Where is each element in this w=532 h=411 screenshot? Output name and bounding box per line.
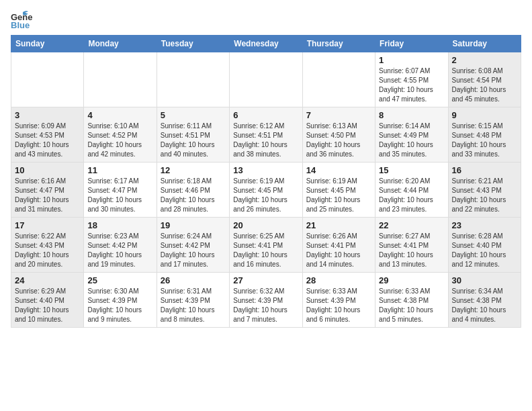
empty-cell (157, 52, 229, 107)
day-number: 28 (306, 275, 371, 285)
day-cell-13: 13Sunrise: 6:19 AM Sunset: 4:45 PM Dayli… (230, 163, 302, 218)
day-cell-18: 18Sunrise: 6:23 AM Sunset: 4:42 PM Dayli… (84, 218, 157, 273)
day-number: 10 (15, 165, 80, 175)
day-cell-29: 29Sunrise: 6:33 AM Sunset: 4:38 PM Dayli… (375, 273, 448, 328)
day-info: Sunrise: 6:31 AM Sunset: 4:39 PM Dayligh… (161, 287, 226, 324)
day-number: 27 (233, 275, 298, 285)
day-cell-5: 5Sunrise: 6:11 AM Sunset: 4:51 PM Daylig… (157, 107, 229, 163)
day-cell-28: 28Sunrise: 6:33 AM Sunset: 4:39 PM Dayli… (302, 273, 375, 328)
weekday-header-friday: Friday (375, 36, 448, 52)
day-info: Sunrise: 6:09 AM Sunset: 4:53 PM Dayligh… (15, 122, 80, 159)
day-info: Sunrise: 6:33 AM Sunset: 4:38 PM Dayligh… (379, 287, 444, 324)
day-number: 7 (306, 110, 371, 120)
day-cell-23: 23Sunrise: 6:28 AM Sunset: 4:40 PM Dayli… (448, 218, 521, 273)
day-info: Sunrise: 6:12 AM Sunset: 4:51 PM Dayligh… (233, 122, 298, 159)
day-number: 4 (87, 110, 152, 120)
day-cell-27: 27Sunrise: 6:32 AM Sunset: 4:39 PM Dayli… (230, 273, 302, 328)
day-number: 5 (161, 110, 226, 120)
day-cell-16: 16Sunrise: 6:21 AM Sunset: 4:43 PM Dayli… (448, 163, 521, 218)
svg-text:Blue: Blue (11, 20, 30, 30)
day-info: Sunrise: 6:27 AM Sunset: 4:41 PM Dayligh… (379, 232, 444, 269)
day-info: Sunrise: 6:26 AM Sunset: 4:41 PM Dayligh… (306, 232, 371, 269)
day-info: Sunrise: 6:15 AM Sunset: 4:48 PM Dayligh… (452, 122, 517, 159)
day-number: 14 (306, 165, 371, 175)
day-cell-19: 19Sunrise: 6:24 AM Sunset: 4:42 PM Dayli… (157, 218, 229, 273)
day-info: Sunrise: 6:13 AM Sunset: 4:50 PM Dayligh… (306, 122, 371, 159)
day-number: 1 (379, 55, 444, 65)
day-info: Sunrise: 6:14 AM Sunset: 4:49 PM Dayligh… (379, 122, 444, 159)
day-number: 25 (87, 275, 152, 285)
day-number: 15 (379, 165, 444, 175)
day-info: Sunrise: 6:29 AM Sunset: 4:40 PM Dayligh… (15, 287, 80, 324)
day-cell-22: 22Sunrise: 6:27 AM Sunset: 4:41 PM Dayli… (375, 218, 448, 273)
day-info: Sunrise: 6:33 AM Sunset: 4:39 PM Dayligh… (306, 287, 371, 324)
day-number: 11 (87, 165, 152, 175)
day-cell-6: 6Sunrise: 6:12 AM Sunset: 4:51 PM Daylig… (230, 107, 302, 163)
empty-cell (230, 52, 302, 107)
weekday-header-saturday: Saturday (448, 36, 521, 52)
day-info: Sunrise: 6:30 AM Sunset: 4:39 PM Dayligh… (87, 287, 152, 324)
day-info: Sunrise: 6:32 AM Sunset: 4:39 PM Dayligh… (233, 287, 298, 324)
day-cell-26: 26Sunrise: 6:31 AM Sunset: 4:39 PM Dayli… (157, 273, 229, 328)
day-number: 23 (452, 220, 517, 230)
day-number: 8 (379, 110, 444, 120)
day-number: 13 (233, 165, 298, 175)
day-number: 17 (15, 220, 80, 230)
day-info: Sunrise: 6:24 AM Sunset: 4:42 PM Dayligh… (161, 232, 226, 269)
day-number: 22 (379, 220, 444, 230)
empty-cell (11, 52, 84, 107)
day-number: 18 (87, 220, 152, 230)
header: General Blue (11, 11, 521, 30)
day-cell-14: 14Sunrise: 6:19 AM Sunset: 4:45 PM Dayli… (302, 163, 375, 218)
day-number: 24 (15, 275, 80, 285)
day-info: Sunrise: 6:22 AM Sunset: 4:43 PM Dayligh… (15, 232, 80, 269)
day-cell-17: 17Sunrise: 6:22 AM Sunset: 4:43 PM Dayli… (11, 218, 84, 273)
day-info: Sunrise: 6:25 AM Sunset: 4:41 PM Dayligh… (233, 232, 298, 269)
day-info: Sunrise: 6:08 AM Sunset: 4:54 PM Dayligh… (452, 66, 517, 104)
day-cell-15: 15Sunrise: 6:20 AM Sunset: 4:44 PM Dayli… (375, 163, 448, 218)
day-cell-2: 2Sunrise: 6:08 AM Sunset: 4:54 PM Daylig… (448, 52, 521, 107)
day-info: Sunrise: 6:20 AM Sunset: 4:44 PM Dayligh… (379, 177, 444, 214)
weekday-header-tuesday: Tuesday (157, 36, 229, 52)
day-info: Sunrise: 6:17 AM Sunset: 4:47 PM Dayligh… (87, 177, 152, 214)
day-cell-1: 1Sunrise: 6:07 AM Sunset: 4:55 PM Daylig… (375, 52, 448, 107)
day-number: 19 (161, 220, 226, 230)
day-info: Sunrise: 6:19 AM Sunset: 4:45 PM Dayligh… (233, 177, 298, 214)
day-info: Sunrise: 6:07 AM Sunset: 4:55 PM Dayligh… (379, 66, 444, 104)
day-number: 26 (161, 275, 226, 285)
day-cell-30: 30Sunrise: 6:34 AM Sunset: 4:38 PM Dayli… (448, 273, 521, 328)
day-cell-7: 7Sunrise: 6:13 AM Sunset: 4:50 PM Daylig… (302, 107, 375, 163)
day-cell-11: 11Sunrise: 6:17 AM Sunset: 4:47 PM Dayli… (84, 163, 157, 218)
day-info: Sunrise: 6:21 AM Sunset: 4:43 PM Dayligh… (452, 177, 517, 214)
day-cell-10: 10Sunrise: 6:16 AM Sunset: 4:47 PM Dayli… (11, 163, 84, 218)
day-cell-21: 21Sunrise: 6:26 AM Sunset: 4:41 PM Dayli… (302, 218, 375, 273)
day-cell-9: 9Sunrise: 6:15 AM Sunset: 4:48 PM Daylig… (448, 107, 521, 163)
weekday-header-wednesday: Wednesday (230, 36, 302, 52)
day-number: 3 (15, 110, 80, 120)
day-info: Sunrise: 6:18 AM Sunset: 4:46 PM Dayligh… (161, 177, 226, 214)
day-cell-4: 4Sunrise: 6:10 AM Sunset: 4:52 PM Daylig… (84, 107, 157, 163)
day-info: Sunrise: 6:34 AM Sunset: 4:38 PM Dayligh… (452, 287, 517, 324)
day-number: 21 (306, 220, 371, 230)
empty-cell (84, 52, 157, 107)
day-cell-20: 20Sunrise: 6:25 AM Sunset: 4:41 PM Dayli… (230, 218, 302, 273)
day-number: 30 (452, 275, 517, 285)
logo-icon: General Blue (11, 11, 32, 30)
day-info: Sunrise: 6:23 AM Sunset: 4:42 PM Dayligh… (87, 232, 152, 269)
day-cell-24: 24Sunrise: 6:29 AM Sunset: 4:40 PM Dayli… (11, 273, 84, 328)
weekday-header-monday: Monday (84, 36, 157, 52)
day-cell-12: 12Sunrise: 6:18 AM Sunset: 4:46 PM Dayli… (157, 163, 229, 218)
day-number: 20 (233, 220, 298, 230)
day-cell-3: 3Sunrise: 6:09 AM Sunset: 4:53 PM Daylig… (11, 107, 84, 163)
day-number: 9 (452, 110, 517, 120)
day-info: Sunrise: 6:28 AM Sunset: 4:40 PM Dayligh… (452, 232, 517, 269)
weekday-header-sunday: Sunday (11, 36, 84, 52)
day-info: Sunrise: 6:19 AM Sunset: 4:45 PM Dayligh… (306, 177, 371, 214)
day-number: 2 (452, 55, 517, 65)
day-cell-25: 25Sunrise: 6:30 AM Sunset: 4:39 PM Dayli… (84, 273, 157, 328)
day-info: Sunrise: 6:10 AM Sunset: 4:52 PM Dayligh… (87, 122, 152, 159)
day-info: Sunrise: 6:11 AM Sunset: 4:51 PM Dayligh… (161, 122, 226, 159)
day-cell-8: 8Sunrise: 6:14 AM Sunset: 4:49 PM Daylig… (375, 107, 448, 163)
day-number: 16 (452, 165, 517, 175)
logo: General Blue (11, 11, 32, 30)
